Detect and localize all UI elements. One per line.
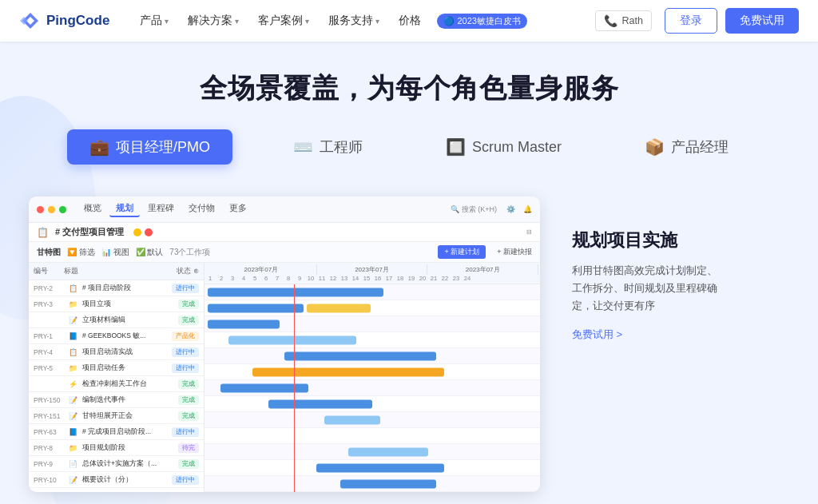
gantt-bar [208, 304, 304, 312]
role-tab-scrum[interactable]: 🔲 Scrum Master [423, 129, 584, 165]
expand-icon[interactable]: ⊟ [526, 228, 532, 236]
status-badge: 进行中 [172, 475, 199, 485]
main-content: 概览 规划 里程碑 交付物 更多 🔍 搜索 (K+H) ⚙️ 🔔 📋 # 交付型… [0, 184, 818, 492]
new-quick-button[interactable]: + 新建快报 [497, 247, 532, 257]
tab-deliverable[interactable]: 交付物 [182, 201, 221, 217]
nav-phone[interactable]: 📞 Rath [595, 10, 652, 31]
status-badge: 进行中 [172, 284, 199, 293]
table-row: PRY-150 📝 编制迭代事件 完成 [29, 392, 204, 408]
gantt-chart-label: 甘特图 [37, 247, 61, 258]
right-panel: 规划项目实施 利用甘特图高效完成计划制定、工作拆分、时间规划及里程碑确定，让交付… [540, 196, 740, 342]
col-title-header: 标题 [64, 266, 161, 276]
tab-more[interactable]: 更多 [223, 201, 253, 217]
gantt-bars-area [204, 284, 540, 492]
nav-item-pricing[interactable]: 价格 [391, 9, 429, 33]
bar-row [204, 300, 540, 316]
maximize-button-icon [59, 206, 66, 213]
trial-link[interactable]: 免费试用 > [572, 327, 724, 342]
month-label: 2023年07月 [427, 264, 538, 275]
table-row: PRY-10 📝 概要设计（分） 进行中 [29, 472, 204, 488]
gantt-bar [268, 399, 372, 408]
chevron-down-icon: ▾ [235, 17, 239, 26]
bar-row [204, 332, 540, 348]
table-row: ⚡ 检查冲刺相关工作台 完成 [29, 376, 204, 392]
badge-red [145, 228, 153, 236]
login-button[interactable]: 登录 [665, 8, 717, 34]
status-badge: 进行中 [172, 347, 199, 357]
product-icon: 📦 [645, 137, 665, 157]
gantt-toolbar: 甘特图 🔽 筛选 📊 视图 ✅ 默认 73个工作项 + 新建计划 + 新建快报 [29, 242, 540, 263]
gantt-col-headers: 编号 标题 状态 ⊕ [29, 263, 204, 280]
nav-item-solution[interactable]: 解决方案 ▾ [180, 9, 247, 33]
bar-row [204, 316, 540, 332]
bar-row [204, 412, 540, 428]
col-id-header: 编号 [34, 266, 48, 276]
table-row: PRY-5 📁 项目启动任务 进行中 [29, 360, 204, 376]
right-panel-desc: 利用甘特图高效完成计划制定、工作拆分、时间规划及里程碑确定，让交付更有序 [572, 262, 724, 315]
today-line [294, 284, 295, 492]
timeline-days: 1 2 3 4 5 6 7 8 9 10 11 12 13 [204, 275, 540, 282]
table-row: PRY-8 📁 项目规划阶段 待完 [29, 440, 204, 456]
table-row: PRY-9 📄 总体设计+实施方案（... 完成 [29, 456, 204, 472]
gantt-bar [324, 415, 380, 424]
nav-item-cases[interactable]: 客户案例 ▾ [250, 9, 317, 33]
minimize-button-icon [48, 206, 55, 213]
nav-badge[interactable]: 🔵 2023敏捷白皮书 [437, 14, 527, 29]
default-button[interactable]: ✅ 默认 [136, 247, 164, 258]
gantt-title-bar: 📋 # 交付型项目管理 ⊟ [29, 223, 540, 242]
table-row: PRY-63 📘 # 完成项目启动阶段... 进行中 [29, 424, 204, 440]
bar-row [204, 364, 540, 380]
settings-icon[interactable]: ⚙️ [506, 205, 515, 213]
gantt-bar [252, 367, 444, 376]
tab-milestone[interactable]: 里程碑 [141, 201, 181, 217]
gantt-bar [307, 304, 371, 312]
traffic-lights [37, 206, 66, 213]
bar-row [204, 396, 540, 412]
gantt-body: 编号 标题 状态 ⊕ PRY-2 📋 # 项目启动阶段 进行中 PRY-3 📁 [29, 263, 540, 492]
status-badge: 完成 [178, 300, 199, 309]
bar-row [204, 460, 540, 476]
nav-items: 产品 ▾ 解决方案 ▾ 客户案例 ▾ 服务支持 ▾ 价格 🔵 2023敏捷白皮书 [132, 9, 594, 33]
month-label: 2023年07月 [317, 264, 428, 275]
filter-button[interactable]: 🔽 筛选 [67, 247, 95, 258]
search-area[interactable]: 🔍 搜索 (K+H) [451, 204, 497, 215]
trial-button[interactable]: 免费试用 [725, 8, 799, 34]
status-badge: 完成 [178, 459, 199, 469]
status-badge: 完成 [178, 411, 199, 421]
logo-text: PingCode [46, 13, 109, 29]
status-badge: 进行中 [172, 427, 199, 437]
nav-item-product[interactable]: 产品 ▾ [132, 9, 177, 33]
bar-row [204, 428, 540, 444]
view-button[interactable]: 📊 视图 [101, 247, 129, 258]
tab-overview[interactable]: 概览 [77, 201, 108, 217]
status-badge: 待完 [178, 443, 199, 453]
badge-yellow [133, 228, 141, 236]
table-row: PRY-4 📋 项目启动清实战 进行中 [29, 344, 204, 360]
role-tabs: 💼 项目经理/PMO ⌨️ 工程师 🔲 Scrum Master 📦 产品经理 [0, 129, 818, 165]
month-label: 2023年07月 [206, 264, 317, 275]
tab-plan[interactable]: 规划 [109, 201, 140, 217]
status-badge: 进行中 [172, 363, 199, 373]
gantt-bar [340, 479, 436, 488]
chevron-down-icon: ▾ [375, 17, 379, 26]
engineer-icon: ⌨️ [293, 137, 313, 157]
role-tab-pm[interactable]: 💼 项目经理/PMO [67, 129, 232, 165]
gantt-chart: 概览 规划 里程碑 交付物 更多 🔍 搜索 (K+H) ⚙️ 🔔 📋 # 交付型… [29, 196, 540, 492]
close-button-icon [37, 206, 44, 213]
gantt-bar [284, 351, 436, 360]
gantt-bar [208, 319, 280, 328]
col-status-header: 状态 ⊕ [177, 266, 199, 276]
status-badge: 完成 [178, 315, 199, 325]
hero-title: 全场景覆盖，为每个角色量身服务 [0, 70, 818, 107]
role-tab-product[interactable]: 📦 产品经理 [622, 129, 751, 165]
nav-item-support[interactable]: 服务支持 ▾ [320, 9, 387, 33]
new-plan-button[interactable]: + 新建计划 [438, 245, 486, 259]
table-row: PRY-2 📋 # 项目启动阶段 进行中 [29, 280, 204, 296]
logo[interactable]: PingCode [19, 10, 109, 32]
role-tab-engineer[interactable]: ⌨️ 工程师 [271, 129, 385, 165]
gantt-tabs: 概览 规划 里程碑 交付物 更多 [77, 201, 253, 217]
notification-icon[interactable]: 🔔 [523, 205, 532, 213]
bar-row [204, 380, 540, 396]
workitem-count: 73个工作项 [169, 247, 210, 258]
bar-row [204, 348, 540, 364]
